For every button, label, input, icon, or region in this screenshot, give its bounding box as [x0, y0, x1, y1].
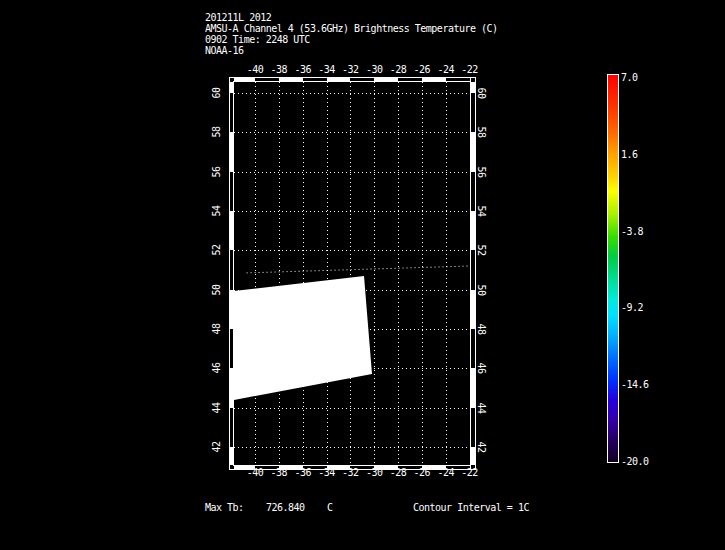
max-tb-label: Max Tb:: [205, 503, 244, 513]
swath-polygon: [234, 276, 372, 400]
x-tick-label-top: -22: [457, 65, 483, 75]
y-tick-label-left: 54: [212, 198, 222, 224]
x-tick-label-top: -30: [361, 65, 387, 75]
y-tick-label-left: 52: [212, 237, 222, 263]
y-tick-label-left: 42: [212, 434, 222, 460]
colorbar-gradient: [608, 75, 618, 462]
screen: 201211L 2012 AMSU-A Channel 4 (53.6GHz) …: [0, 0, 725, 550]
y-tick-label-right: 46: [476, 355, 486, 381]
y-tick-label-right: 44: [476, 395, 486, 421]
y-tick-label-left: 48: [212, 316, 222, 342]
header-dataset-id: 201211L 2012: [205, 13, 271, 23]
y-tick-label-right: 42: [476, 434, 486, 460]
plot-title: AMSU-A Channel 4 (53.6GHz) Brightness Te…: [205, 24, 498, 34]
colorbar-tick-label: -3.8: [621, 227, 643, 237]
y-tick-label-left: 56: [212, 159, 222, 185]
y-tick-label-left: 58: [212, 119, 222, 145]
header-time-label: 0902 Time: 2248 UTC: [205, 35, 310, 45]
y-tick-label-right: 56: [476, 159, 486, 185]
colorbar-tick-label: -14.6: [621, 380, 649, 390]
colorbar-tick-label: -20.0: [621, 457, 649, 467]
colorbar-tick-label: -9.2: [621, 303, 643, 313]
header-satellite: NOAA-16: [205, 46, 244, 56]
colorbar-tick-label: 7.0: [621, 73, 638, 83]
y-tick-label-right: 58: [476, 119, 486, 145]
swath-edge-dotted-line: [247, 266, 470, 273]
contour-interval-label: Contour Interval = 1C: [413, 503, 529, 513]
x-tick-label-top: -34: [314, 65, 340, 75]
x-tick-label-top: -24: [433, 65, 459, 75]
y-tick-label-right: 48: [476, 316, 486, 342]
x-tick-label-top: -40: [242, 65, 268, 75]
x-tick-label-top: -32: [337, 65, 363, 75]
x-tick-label-top: -36: [290, 65, 316, 75]
x-tick-label-top: -26: [409, 65, 435, 75]
y-tick-label-right: 60: [476, 80, 486, 106]
x-tick-label-top: -38: [266, 65, 292, 75]
y-tick-label-right: 54: [476, 198, 486, 224]
y-tick-label-left: 50: [212, 277, 222, 303]
swath-overlay: [234, 82, 470, 465]
y-tick-label-right: 50: [476, 277, 486, 303]
y-tick-label-left: 60: [212, 80, 222, 106]
x-tick-label-top: -28: [385, 65, 411, 75]
y-tick-label-left: 44: [212, 395, 222, 421]
y-tick-label-left: 46: [212, 355, 222, 381]
max-tb-unit: C: [327, 503, 333, 513]
colorbar-tick-label: 1.6: [621, 150, 638, 160]
max-tb-value: 726.840: [266, 503, 305, 513]
y-tick-label-right: 52: [476, 237, 486, 263]
